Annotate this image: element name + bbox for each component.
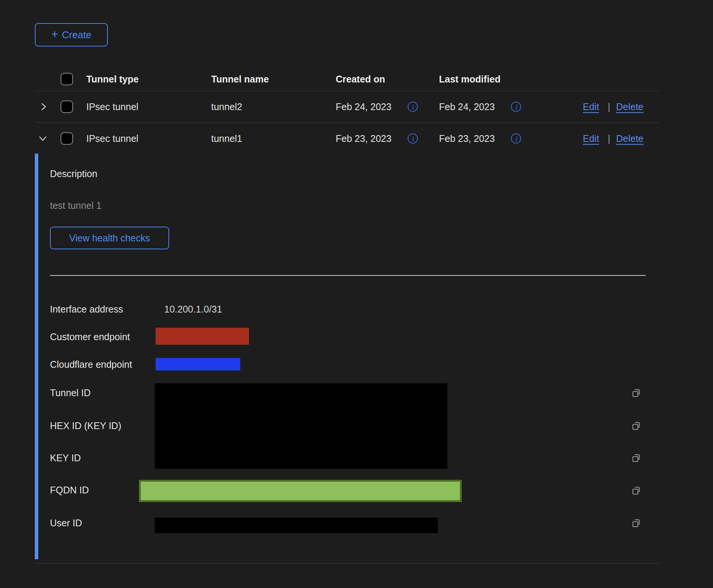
description-label: Description [50, 168, 97, 179]
created-on-cell: Feb 23, 2023 [336, 133, 391, 144]
header-tunnel-type: Tunnel type [86, 74, 139, 85]
copy-user-id-icon[interactable] [630, 518, 642, 529]
copy-key-id-icon[interactable] [630, 453, 642, 464]
header-tunnel-name: Tunnel name [211, 74, 269, 85]
description-value: test tunnel 1 [50, 200, 101, 211]
header-last-modified: Last modified [439, 74, 501, 85]
row-checkbox-tunnel1[interactable] [61, 132, 73, 145]
expanded-row-bottom-divider [35, 563, 659, 563]
expanded-row-accent-bar [35, 154, 38, 559]
create-button[interactable]: + Create [35, 23, 108, 47]
link-separator: | [608, 133, 610, 144]
key-id-label: KEY ID [50, 452, 81, 464]
table-row-tunnel1: IPsec tunnel tunnel1 Feb 23, 2023 i Feb … [0, 123, 713, 154]
table-header-row: Tunnel type Tunnel name Created on Last … [0, 67, 713, 91]
copy-hex-id-icon[interactable] [630, 420, 642, 432]
row-checkbox-tunnel2[interactable] [61, 101, 73, 113]
tunnel-type-cell: IPsec tunnel [86, 101, 139, 112]
table-row-tunnel2: IPsec tunnel tunnel2 Feb 24, 2023 i Feb … [0, 91, 713, 123]
delete-link[interactable]: Delete [616, 101, 643, 112]
view-health-checks-button[interactable]: View health checks [50, 227, 169, 249]
delete-link[interactable]: Delete [616, 133, 643, 144]
tunnels-page: + Create Tunnel type Tunnel name Created… [0, 0, 713, 588]
cloudflare-endpoint-redaction [156, 358, 240, 370]
created-on-info-icon[interactable]: i [408, 134, 418, 144]
tunnel-type-cell: IPsec tunnel [86, 133, 139, 144]
last-modified-info-icon[interactable]: i [511, 134, 521, 144]
edit-link[interactable]: Edit [583, 101, 599, 112]
fqdn-id-label: FQDN ID [50, 484, 89, 496]
chevron-down-icon[interactable] [38, 134, 48, 143]
section-divider [50, 275, 646, 276]
info-glyph: i [412, 103, 414, 110]
interface-address-value: 10.200.1.0/31 [164, 303, 222, 315]
created-on-info-icon[interactable]: i [408, 102, 418, 112]
info-glyph: i [412, 135, 414, 142]
customer-endpoint-label: Customer endpoint [50, 331, 130, 342]
tunnel-id-label: Tunnel ID [50, 387, 90, 398]
copy-tunnel-id-icon[interactable] [630, 387, 642, 399]
cloudflare-endpoint-label: Cloudflare endpoint [50, 359, 132, 370]
customer-endpoint-redaction [156, 328, 249, 345]
info-glyph: i [515, 135, 517, 142]
hex-id-label: HEX ID (KEY ID) [50, 420, 121, 431]
last-modified-cell: Feb 24, 2023 [439, 101, 495, 112]
fqdn-id-redaction [139, 480, 462, 502]
copy-fqdn-id-icon[interactable] [630, 485, 642, 496]
ids-redaction-block [155, 383, 447, 469]
create-button-label: Create [62, 29, 92, 41]
tunnel-name-cell: tunnel2 [211, 101, 242, 112]
interface-address-label: Interface address [50, 303, 123, 315]
header-created-on: Created on [336, 74, 385, 85]
link-separator: | [608, 101, 610, 112]
tunnel-name-cell: tunnel1 [211, 133, 242, 144]
last-modified-info-icon[interactable]: i [511, 102, 521, 112]
chevron-right-icon[interactable] [39, 102, 48, 112]
plus-icon: + [51, 28, 58, 41]
edit-link[interactable]: Edit [583, 133, 599, 144]
created-on-cell: Feb 24, 2023 [336, 101, 391, 112]
select-all-checkbox[interactable] [61, 73, 73, 86]
user-id-redaction [155, 518, 438, 533]
user-id-label: User ID [50, 517, 82, 529]
last-modified-cell: Feb 23, 2023 [439, 133, 495, 144]
info-glyph: i [515, 103, 517, 110]
view-health-checks-label: View health checks [69, 233, 150, 244]
